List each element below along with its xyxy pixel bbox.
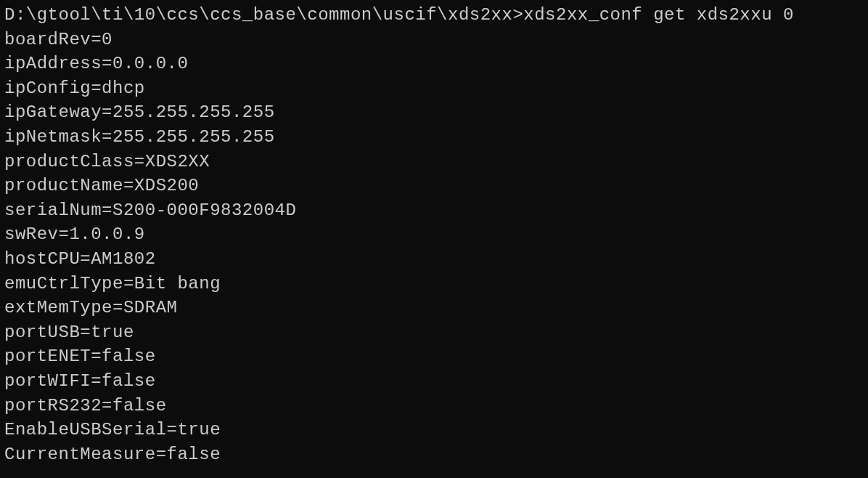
output-line: ipConfig=dhcp [4, 76, 864, 101]
output-line: boardRev=0 [4, 28, 864, 52]
output-line: extMemType=SDRAM [4, 296, 864, 320]
output-line: swRev=1.0.0.9 [4, 222, 864, 247]
output-line: portUSB=true [4, 320, 864, 345]
output-line: productClass=XDS2XX [4, 150, 864, 174]
output-line: ipGateway=255.255.255.255 [4, 100, 864, 125]
output-line: productName=XDS200 [4, 174, 864, 198]
output-line: CurrentMeasure=false [4, 442, 864, 467]
output-line: hostCPU=AM1802 [4, 247, 864, 272]
output-line: ipAddress=0.0.0.0 [4, 52, 864, 76]
output-line: portRS232=false [4, 394, 864, 418]
output-line: serialNum=S200-000F9832004D [4, 198, 864, 223]
output-line: portENET=false [4, 344, 864, 369]
prompt-path: D:\gtool\ti\10\ccs\ccs_base\common\uscif… [4, 5, 523, 25]
command-text: xds2xx_conf get xds2xxu 0 [523, 5, 794, 25]
output-line: emuCtrlType=Bit bang [4, 272, 864, 296]
output-line: portWIFI=false [4, 369, 864, 394]
output-line: EnableUSBSerial=true [4, 418, 864, 442]
output-line: ipNetmask=255.255.255.255 [4, 125, 864, 150]
command-prompt-line[interactable]: D:\gtool\ti\10\ccs\ccs_base\common\uscif… [4, 3, 864, 28]
